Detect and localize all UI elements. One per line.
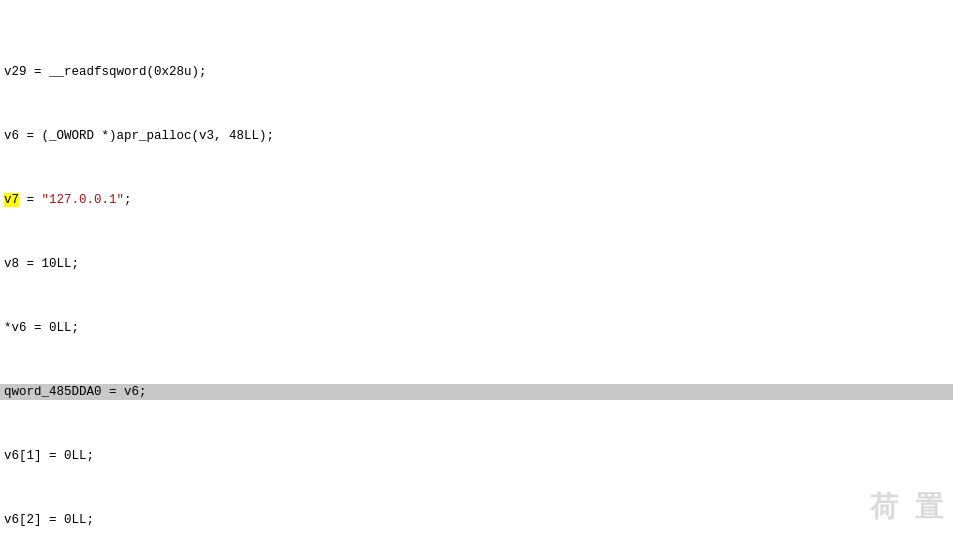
- code-block: v29 = __readfsqword(0x28u); v6 = (_OWORD…: [0, 0, 953, 536]
- code-container: v29 = __readfsqword(0x28u); v6 = (_OWORD…: [0, 0, 953, 536]
- code-line-2: v6 = (_OWORD *)apr_palloc(v3, 48LL);: [0, 128, 953, 144]
- code-line-6: qword_485DDA0 = v6;: [0, 384, 953, 400]
- code-line-7: v6[1] = 0LL;: [0, 448, 953, 464]
- code-line-3: v7 = "127.0.0.1";: [0, 192, 953, 208]
- code-line-4: v8 = 10LL;: [0, 256, 953, 272]
- code-line-8: v6[2] = 0LL;: [0, 512, 953, 528]
- code-line-1: v29 = __readfsqword(0x28u);: [0, 64, 953, 80]
- code-line-5: *v6 = 0LL;: [0, 320, 953, 336]
